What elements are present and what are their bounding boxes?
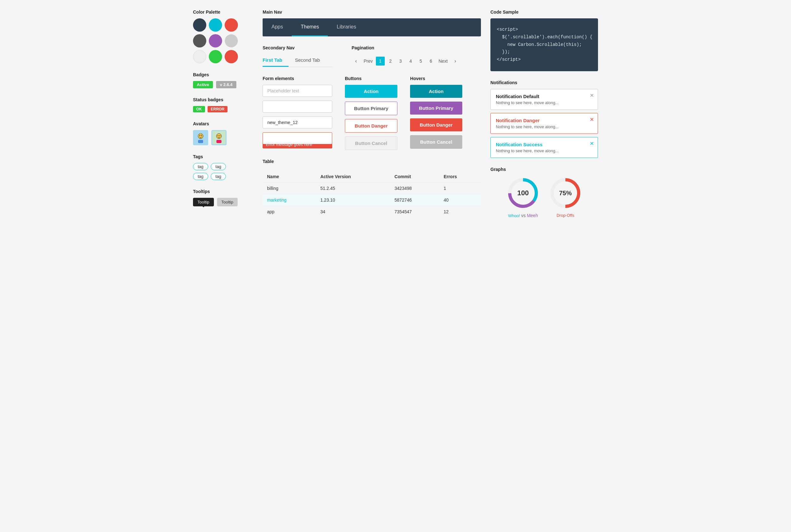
hover-primary[interactable]: Button Primary	[410, 101, 462, 115]
notif-success-close[interactable]: ✕	[590, 140, 594, 147]
notification-default: Notification Default Nothing to see here…	[490, 89, 598, 110]
page-1[interactable]: 1	[376, 57, 385, 65]
graph-dropoffs: 75% Drop-Offs	[548, 176, 583, 218]
badges-row: Active v 2.6.4	[193, 81, 253, 88]
code-sample-title: Code Sample	[490, 10, 598, 15]
btn-cancel[interactable]: Button Cancel	[345, 136, 398, 150]
version-badge: v 2.6.4	[216, 81, 236, 88]
page-5[interactable]: 5	[417, 57, 425, 65]
cell-version-app: 34	[316, 206, 390, 218]
nav-pagination-row: Secondary Nav First Tab Second Tab Pagin…	[263, 45, 481, 67]
main-nav-bar: Apps Themes Libraries	[263, 18, 481, 36]
label-dropoffs: Drop-Offs	[557, 213, 574, 218]
cell-version-billing: 51.2.45	[316, 183, 390, 194]
data-table: Name Active Version Commit Errors billin…	[263, 171, 481, 217]
notifications-title: Notifications	[490, 80, 598, 85]
notif-success-body: Nothing to see here, move along...	[496, 148, 593, 153]
table-row: billing 51.2.45 3423498 1	[263, 183, 481, 194]
tooltips-row: Tooltip Tooltip	[193, 198, 253, 206]
page-6[interactable]: 6	[426, 57, 436, 65]
avatar-2	[211, 130, 227, 145]
pagination-title: Pagination	[351, 45, 460, 50]
col-errors: Errors	[439, 171, 481, 183]
svg-point-10	[218, 135, 219, 136]
cell-name-marketing[interactable]: marketing	[263, 194, 316, 206]
pagination-section: Pagination ‹ Prev 1 2 3 4 5 6 Next ›	[351, 45, 460, 65]
tag-1[interactable]: tag	[193, 163, 208, 170]
left-column: Color Palette Badges Active v 2.6.4	[193, 10, 253, 218]
table-row: marketing 1.23.10 5872746 40	[263, 194, 481, 206]
right-column: Code Sample <script> $('.scrollable').ea…	[490, 10, 598, 218]
placeholder-input[interactable]	[263, 85, 332, 97]
swatch-purple	[209, 34, 222, 48]
pagination-right-arrow[interactable]: ›	[451, 57, 460, 65]
hovers-title: Hovers	[410, 76, 462, 81]
cell-commit-marketing: 5872746	[390, 194, 439, 206]
status-badges-row: OK ERROR	[193, 106, 253, 112]
swatch-light-gray	[225, 34, 238, 48]
graphs-row: 100 Whoo! vs Meeh 75%	[490, 176, 598, 218]
cell-commit-app: 7354547	[390, 206, 439, 218]
hover-action[interactable]: Action	[410, 85, 462, 98]
avatars-row	[193, 130, 253, 145]
nav-item-apps[interactable]: Apps	[263, 18, 292, 36]
col-version: Active Version	[316, 171, 390, 183]
page-4[interactable]: 4	[406, 57, 415, 65]
notif-default-close[interactable]: ✕	[590, 92, 594, 98]
page-3[interactable]: 3	[396, 57, 405, 65]
svg-point-11	[219, 135, 220, 136]
color-grid	[193, 18, 253, 63]
btn-danger[interactable]: Button Danger	[345, 119, 398, 133]
notif-danger-close[interactable]: ✕	[590, 116, 594, 122]
btn-primary[interactable]: Button Primary	[345, 101, 398, 115]
label-vs: vs	[521, 213, 527, 218]
notif-default-body: Nothing to see here, move along...	[496, 100, 593, 105]
btn-action[interactable]: Action	[345, 85, 398, 98]
table-row: app 34 7354547 12	[263, 206, 481, 218]
filled-input[interactable]	[263, 116, 332, 129]
pagination-prev[interactable]: Prev	[362, 59, 374, 63]
form-elements-title: Form elements	[263, 76, 332, 81]
status-badges-title: Status badges	[193, 97, 253, 102]
tag-3[interactable]: tag	[193, 173, 208, 180]
avatars-title: Avatars	[193, 121, 253, 126]
empty-input[interactable]	[263, 101, 332, 113]
col-name: Name	[263, 171, 316, 183]
cell-errors-marketing: 40	[439, 194, 481, 206]
nav-item-libraries[interactable]: Libraries	[328, 18, 365, 36]
svg-point-6	[200, 133, 201, 135]
badges-section: Badges Active v 2.6.4	[193, 72, 253, 88]
main-nav-title: Main Nav	[263, 10, 481, 15]
pagination-next[interactable]: Next	[437, 59, 450, 63]
hovers-group: Action Button Primary Button Danger Butt…	[410, 85, 462, 149]
sec-nav-first-tab[interactable]: First Tab	[263, 54, 289, 67]
code-line-4: });	[497, 50, 510, 54]
hover-cancel[interactable]: Button Cancel	[410, 135, 462, 149]
avatar-1	[193, 130, 208, 145]
notif-danger-title: Notification Danger	[496, 118, 593, 123]
sec-nav-second-tab[interactable]: Second Tab	[295, 54, 326, 67]
graph-whoo-meeh: 100 Whoo! vs Meeh	[506, 176, 540, 218]
svg-point-4	[201, 135, 202, 136]
nav-item-themes[interactable]: Themes	[292, 18, 328, 36]
label-meeh: Meeh	[527, 213, 538, 218]
tag-4[interactable]: tag	[211, 173, 226, 180]
svg-text:100: 100	[517, 189, 529, 197]
svg-rect-12	[216, 140, 221, 143]
main-nav-section: Main Nav Apps Themes Libraries	[263, 10, 481, 36]
hover-danger[interactable]: Button Danger	[410, 118, 462, 131]
svg-point-3	[199, 135, 200, 136]
code-line-1: <script>	[497, 27, 518, 32]
color-palette-section: Color Palette	[193, 10, 253, 63]
notif-default-title: Notification Default	[496, 94, 593, 99]
pagination-left-arrow[interactable]: ‹	[351, 57, 360, 65]
tag-2[interactable]: tag	[211, 163, 226, 170]
swatch-dark-blue	[193, 18, 206, 32]
page-2[interactable]: 2	[386, 57, 395, 65]
label-whoo: Whoo!	[508, 213, 520, 218]
tags-title: Tags	[193, 154, 253, 159]
avatars-section: Avatars	[193, 121, 253, 145]
graph-label-1: Whoo! vs Meeh	[508, 213, 538, 218]
notification-danger: Notification Danger Nothing to see here,…	[490, 113, 598, 134]
tooltip-light: Tooltip	[217, 198, 238, 206]
